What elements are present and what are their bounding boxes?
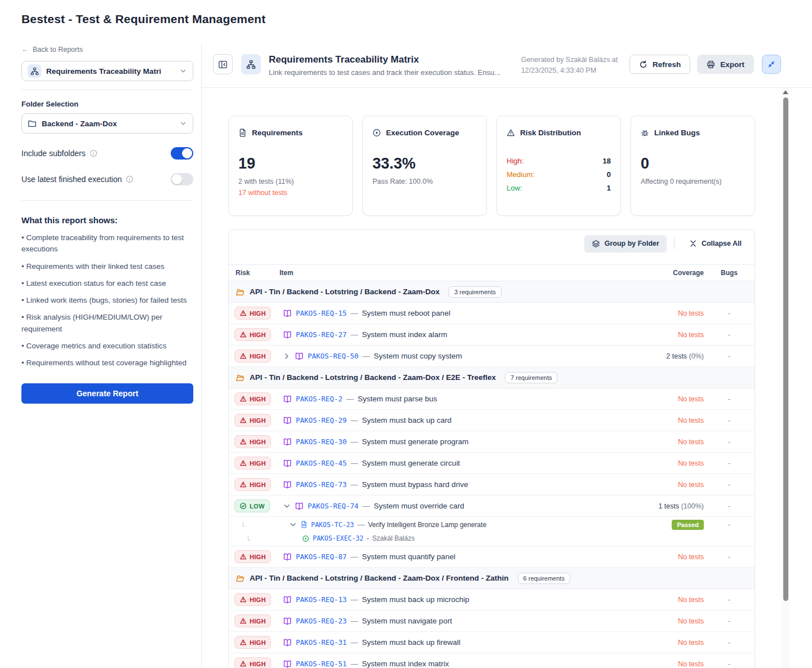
separator: —	[357, 520, 365, 529]
risk-badge-label: HIGH	[250, 331, 266, 338]
card-title: Linked Bugs	[654, 129, 700, 137]
include-subfolders-toggle[interactable]	[171, 147, 193, 160]
affecting-stat: Affecting 0 requirement(s)	[641, 178, 745, 185]
requirement-id[interactable]: PAKOS-REQ-73	[296, 480, 347, 489]
requirement-row[interactable]: HIGHPAKOS-REQ-31—System must back up fir…	[229, 632, 755, 653]
requirement-id[interactable]: PAKOS-REQ-13	[296, 595, 347, 604]
requirement-id[interactable]: PAKOS-REQ-50	[308, 352, 358, 360]
info-icon[interactable]	[90, 149, 97, 157]
report-type-select[interactable]: Requirements Traceability Matri	[21, 61, 193, 81]
requirement-id[interactable]: PAKOS-REQ-74	[308, 502, 358, 510]
bugs-cell: -	[704, 480, 755, 489]
requirement-id[interactable]: PAKOS-REQ-2	[296, 395, 343, 403]
requirement-id[interactable]: PAKOS-REQ-51	[296, 660, 347, 668]
scrollbar[interactable]	[782, 89, 789, 668]
requirement-id[interactable]: PAKOS-REQ-31	[296, 638, 347, 647]
requirement-id[interactable]: PAKOS-REQ-15	[296, 309, 347, 317]
refresh-button[interactable]: Refresh	[629, 55, 690, 74]
coverage-cell: No tests	[636, 459, 704, 467]
bug-icon	[641, 129, 649, 137]
tree-indent: L	[229, 536, 279, 542]
folder-group-row[interactable]: API - Tin / Backend - Lotstring / Backen…	[229, 568, 755, 589]
folder-open-icon	[236, 287, 245, 297]
coverage-cell: No tests	[636, 553, 704, 561]
requirement-row[interactable]: HIGHPAKOS-REQ-50—System must copy system…	[229, 346, 755, 367]
separator: —	[362, 502, 370, 510]
scrollbar-up-arrow[interactable]	[783, 90, 788, 94]
no-tests-label: No tests	[678, 331, 704, 339]
risk-cell: HIGH	[229, 328, 279, 341]
info-icon[interactable]	[126, 175, 134, 183]
risk-badge-label: HIGH	[250, 460, 266, 467]
status-cell: Passed	[636, 520, 704, 530]
group-by-folder-button[interactable]: Group by Folder	[584, 235, 667, 253]
requirement-title: System must index matrix	[362, 660, 449, 668]
requirement-row[interactable]: HIGHPAKOS-REQ-23—System must navigate po…	[229, 611, 755, 632]
export-button[interactable]: Export	[697, 55, 754, 74]
requirement-book-icon	[283, 330, 292, 339]
risk-badge: HIGH	[234, 414, 271, 427]
test-case-row[interactable]: LPAKOS-TC-23—Verify Intelligent Bronze L…	[229, 517, 755, 532]
tests-percent: (100%)	[681, 502, 704, 510]
requirement-row[interactable]: HIGHPAKOS-REQ-13—System must back up mic…	[229, 589, 755, 611]
play-circle-icon	[372, 129, 381, 137]
requirement-book-icon	[283, 309, 292, 318]
risk-badge: HIGH	[234, 657, 271, 668]
table-body: API - Tin / Backend - Lotstring / Backen…	[229, 281, 755, 668]
separator: —	[347, 395, 354, 403]
requirement-row[interactable]: HIGHPAKOS-REQ-73—System must bypass hard…	[229, 474, 755, 496]
requirement-row[interactable]: HIGHPAKOS-REQ-51—System must index matri…	[229, 653, 755, 668]
header-actions: Refresh Export	[629, 55, 781, 74]
requirement-id[interactable]: PAKOS-REQ-45	[296, 459, 347, 467]
requirement-book-icon	[283, 617, 292, 626]
requirement-id[interactable]: PAKOS-REQ-30	[296, 437, 347, 446]
collapse-all-button[interactable]: Collapse All	[682, 235, 749, 252]
folder-open-icon	[236, 574, 245, 583]
coverage-cell: No tests	[636, 596, 704, 604]
folder-select[interactable]: Backend - Zaam-Dox	[21, 113, 193, 134]
requirement-row[interactable]: HIGHPAKOS-REQ-45—System must generate ci…	[229, 453, 755, 474]
warning-icon	[239, 438, 247, 445]
requirement-id[interactable]: PAKOS-REQ-27	[296, 330, 347, 339]
item-cell: PAKOS-REQ-23—System must navigate port	[279, 617, 636, 626]
card-title: Execution Coverage	[386, 129, 459, 137]
printer-icon	[707, 60, 715, 69]
requirement-row[interactable]: HIGHPAKOS-REQ-2—System must parse busNo …	[229, 388, 755, 410]
requirement-row[interactable]: HIGHPAKOS-REQ-29—System must back up car…	[229, 410, 755, 431]
generate-report-button[interactable]: Generate Report	[21, 383, 193, 404]
test-case-item: PAKOS-TC-23—Verify Intelligent Bronze La…	[279, 520, 636, 529]
folder-group-row[interactable]: API - Tin / Backend - Lotstring / Backen…	[229, 367, 755, 388]
back-to-reports-link[interactable]: ← Back to Reports	[21, 45, 193, 54]
chevron-down-icon	[179, 67, 187, 75]
requirement-row[interactable]: HIGHPAKOS-REQ-27—System must index alarm…	[229, 324, 755, 346]
requirement-row[interactable]: HIGHPAKOS-REQ-15—System must reboot pane…	[229, 303, 755, 324]
requirement-id[interactable]: PAKOS-REQ-23	[296, 617, 347, 625]
requirement-id[interactable]: PAKOS-REQ-29	[296, 416, 347, 424]
folder-group-name: API - Tin / Backend - Lotstring / Backen…	[250, 287, 440, 296]
warning-icon	[239, 660, 247, 667]
compress-view-button[interactable]	[762, 55, 781, 74]
risk-medium-row: Medium: 0	[507, 167, 611, 181]
no-tests-label: No tests	[678, 660, 704, 668]
scrollbar-thumb[interactable]	[783, 98, 788, 601]
chevron-right-icon[interactable]	[283, 352, 291, 360]
requirement-count-badge: 7 requirements	[505, 372, 557, 383]
requirement-book-icon	[283, 595, 292, 604]
use-latest-execution-toggle[interactable]	[171, 173, 193, 185]
execution-row[interactable]: LPAKOS-EXEC-32•Szakál Balázs	[229, 532, 755, 546]
risk-cell: HIGH	[229, 435, 279, 448]
collapse-sidebar-button[interactable]	[213, 54, 233, 74]
requirement-row[interactable]: HIGHPAKOS-REQ-30—System must generate pr…	[229, 431, 755, 453]
chevron-down-icon[interactable]	[283, 502, 291, 510]
test-case-id[interactable]: PAKOS-TC-23	[311, 521, 354, 529]
coverage-cell: No tests	[636, 639, 704, 647]
report-info-item: Complete traceability from requirements …	[21, 232, 193, 255]
chevron-down-icon[interactable]	[289, 521, 297, 529]
folder-group-row[interactable]: API - Tin / Backend - Lotstring / Backen…	[229, 281, 755, 303]
execution-id[interactable]: PAKOS-EXEC-32	[313, 534, 363, 542]
report-info-item: Latest execution status for each test ca…	[21, 278, 193, 289]
requirement-id[interactable]: PAKOS-REQ-87	[296, 552, 347, 561]
requirement-row[interactable]: HIGHPAKOS-REQ-87—System must quantify pa…	[229, 546, 755, 568]
folder-select-value: Backend - Zaam-Dox	[42, 120, 174, 128]
requirement-row[interactable]: LOWPAKOS-REQ-74—System must override car…	[229, 496, 755, 517]
